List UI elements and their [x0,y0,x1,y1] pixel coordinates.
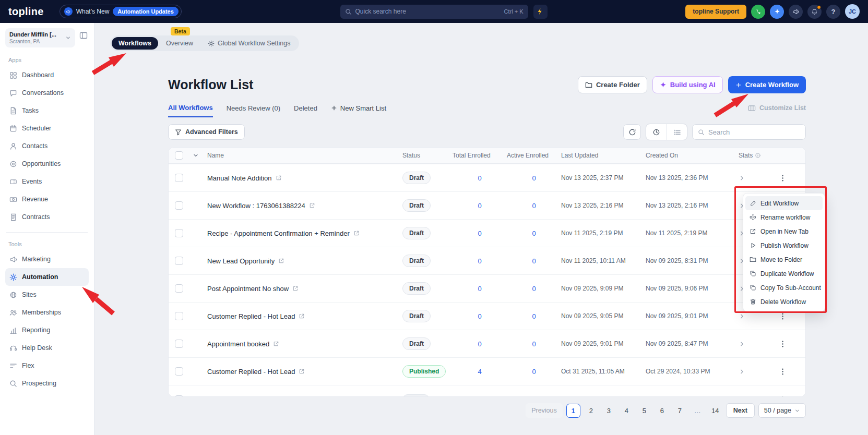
sidebar-item-conversations[interactable]: Conversations [5,84,89,102]
open-in-new-icon[interactable] [292,285,299,292]
sidebar-item-reporting[interactable]: Reporting [5,321,89,339]
sidebar-item-revenue[interactable]: Revenue [5,190,89,208]
tab-workflows[interactable]: Workflows [112,37,158,50]
previous-page-button[interactable]: Previous [526,403,563,418]
page-button-1[interactable]: 1 [566,404,580,418]
workflow-search-input[interactable] [708,128,800,136]
row-menu-icon[interactable] [779,174,787,182]
menu-item-open-in-new-tab[interactable]: Open in New Tab [745,224,823,238]
menu-item-edit-workflow[interactable]: Edit Workflow [745,196,823,210]
notifications-button[interactable] [807,5,822,19]
open-in-new-icon[interactable] [276,175,282,181]
stats-chevron-icon[interactable] [739,175,745,182]
table-row[interactable]: New Lead Opportunity Draft 0 0 Nov 11 20… [169,247,805,274]
total-enrolled-link[interactable]: 0 [478,312,481,320]
page-size-select[interactable]: 50 / page [758,403,806,418]
advanced-filters-button[interactable]: Advanced Filters [168,124,245,140]
list-view-button[interactable] [667,124,687,140]
menu-item-duplicate-workflow[interactable]: Duplicate Workflow [745,267,823,281]
stats-chevron-icon[interactable] [739,368,745,375]
page-button-2[interactable]: 2 [584,404,598,418]
workflow-name[interactable]: New Lead Opportunity [207,257,275,265]
sidebar-item-events[interactable]: Events [5,173,89,190]
workflow-name[interactable]: Customer Replied - Hot Lead [207,368,295,376]
open-in-new-icon[interactable] [299,313,305,319]
total-enrolled-link[interactable]: 0 [478,285,481,293]
launcher-button[interactable] [770,5,784,19]
open-in-new-icon[interactable] [299,368,305,374]
row-menu-icon[interactable] [779,312,787,320]
active-enrolled-link[interactable]: 0 [532,257,536,265]
open-in-new-icon[interactable] [309,202,315,209]
table-row[interactable]: Recipe - Appointment Confirmation + Remi… [169,219,805,247]
row-menu-icon[interactable] [779,340,787,348]
row-checkbox[interactable] [175,340,183,348]
phone-button[interactable] [751,5,765,19]
sidebar-item-dashboard[interactable]: Dashboard [5,66,89,84]
workflow-search[interactable] [692,124,806,140]
active-enrolled-link[interactable]: 0 [532,368,536,376]
tab-deleted[interactable]: Deleted [294,104,317,117]
workflow-name[interactable]: Appointment booked [207,340,269,348]
chevron-down-icon[interactable] [193,152,199,159]
total-enrolled-link[interactable]: 0 [478,174,481,182]
sidebar-item-sites[interactable]: Sites [5,286,89,304]
page-button-6[interactable]: 6 [655,404,669,418]
tab-all-workflows[interactable]: All Workflows [168,104,213,117]
menu-item-delete-workflow[interactable]: Delete Workflow [745,295,823,309]
whats-new-pill[interactable]: What's New Automation Updates [60,5,182,18]
create-folder-button[interactable]: Create Folder [578,76,647,93]
global-search[interactable]: Ctrl + K [340,5,528,19]
workflow-name[interactable]: Manual Note Addition [207,174,272,182]
page-button-3[interactable]: 3 [602,404,616,418]
row-menu-icon[interactable] [779,395,787,396]
row-checkbox[interactable] [175,284,183,293]
open-in-new-icon[interactable] [353,230,360,236]
history-button[interactable] [623,124,641,140]
total-enrolled-link[interactable]: 0 [478,229,481,237]
sidebar-item-help-desk[interactable]: Help Desk [5,339,89,357]
stats-chevron-icon[interactable] [739,313,745,320]
active-enrolled-link[interactable]: 0 [532,174,536,182]
account-switcher[interactable]: Dunder Mifflin [... Scranton, PA [5,28,75,47]
active-enrolled-link[interactable]: 0 [532,340,536,348]
info-icon[interactable] [755,152,761,159]
automation-updates-badge[interactable]: Automation Updates [113,7,179,16]
row-checkbox[interactable] [175,174,183,182]
page-button-7[interactable]: 7 [673,404,687,418]
sidebar-item-flex[interactable]: Flex [5,357,89,374]
open-in-new-icon[interactable] [278,258,284,264]
announcements-button[interactable] [789,5,803,19]
sidebar-item-opportunities[interactable]: Opportunities [5,155,89,173]
menu-item-copy-to-sub-account[interactable]: Copy To Sub-Account [745,281,823,295]
page-button-14[interactable]: 14 [708,404,722,418]
workflow-name[interactable]: Post Appointment No show [207,285,289,293]
help-button[interactable]: ? [826,5,840,19]
row-checkbox[interactable] [175,312,183,320]
sidebar-item-contacts[interactable]: Contacts [5,137,89,155]
row-menu-icon[interactable] [779,368,787,376]
page-button-5[interactable]: 5 [637,404,651,418]
sidebar-item-contracts[interactable]: Contracts [5,208,89,226]
select-all-checkbox[interactable] [175,151,183,160]
active-enrolled-link[interactable]: 0 [532,312,536,320]
menu-item-rename-workflow[interactable]: Rename workflow [745,210,823,224]
sidebar-item-automation[interactable]: Automation [5,268,89,286]
customize-list-button[interactable]: Customize List [748,104,806,117]
sidebar-collapse-button[interactable] [78,28,89,42]
active-enrolled-link[interactable]: 0 [532,285,536,293]
table-row[interactable]: New Workflow : 1763061388224 Draft 0 0 N… [169,191,805,219]
support-button[interactable]: topline Support [685,5,746,19]
total-enrolled-link[interactable]: 0 [478,202,481,210]
row-checkbox[interactable] [175,229,183,237]
global-search-input[interactable] [355,8,501,15]
row-checkbox[interactable] [175,201,183,210]
row-checkbox[interactable] [175,367,183,376]
sidebar-item-scheduler[interactable]: Scheduler [5,119,89,137]
tab-needs-review[interactable]: Needs Review (0) [227,104,280,117]
row-checkbox[interactable] [175,395,183,397]
stats-chevron-icon[interactable] [739,341,745,347]
total-enrolled-link[interactable]: 0 [478,257,481,265]
table-row[interactable]: Customer Replied - Hot Lead Draft 0 0 No… [169,302,805,330]
page-button-4[interactable]: 4 [620,404,634,418]
